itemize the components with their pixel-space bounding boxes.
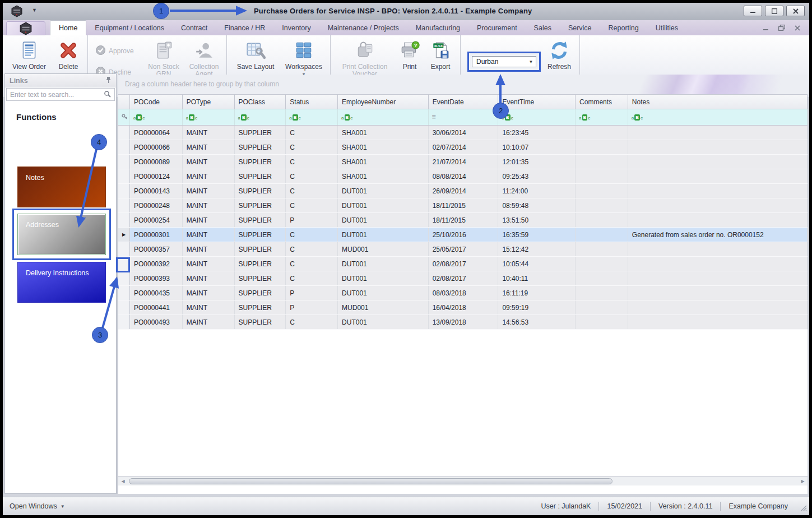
site-selector-value: Durban [476, 58, 498, 66]
application-button[interactable] [6, 21, 45, 35]
function-button-notes[interactable]: Notes [17, 166, 106, 207]
table-row-po0000441[interactable]: PO0000441MAINTSUPPLIERPMUD00116/04/20180… [118, 300, 808, 315]
collection-agent-button[interactable]: Collection Agent [184, 39, 224, 78]
view-order-button[interactable]: View Order [10, 39, 49, 71]
quick-access-caret-icon[interactable]: ▼ [32, 7, 37, 13]
selected-row-indicator: ▶ [118, 228, 130, 242]
site-selector-caret-icon[interactable]: ▼ [526, 57, 536, 67]
table-row-po0000435[interactable]: PO0000435MAINTSUPPLIERPDUT00108/03/20181… [118, 286, 808, 300]
abc-a: a [579, 115, 581, 121]
column-header-status[interactable]: Status [286, 95, 338, 109]
filter-cell-poclass[interactable]: aBc [235, 109, 286, 125]
filter-cell-potype[interactable]: aBc [183, 109, 235, 125]
column-header-pocode[interactable]: POCode [130, 95, 183, 109]
status-item-0: User : JulandaK [533, 502, 599, 510]
table-row-po0000124[interactable]: PO0000124MAINTSUPPLIERCSHA00108/08/20140… [118, 169, 808, 184]
filter-cell-pocode[interactable]: aBc [130, 109, 183, 125]
column-header-poclass[interactable]: POClass [235, 95, 286, 109]
abc-b: B [241, 114, 247, 121]
resize-grip-icon[interactable] [800, 505, 808, 514]
column-header-potype[interactable]: POType [183, 95, 235, 109]
tab-utilities[interactable]: Utilities [647, 20, 686, 35]
function-button-delivery-instructions[interactable]: Delivery Instructions [17, 262, 106, 303]
tab-manufacturing[interactable]: Manufacturing [407, 20, 468, 35]
cell-eventtime: 08:59:48 [498, 198, 576, 212]
table-row-po0000254[interactable]: PO0000254MAINTSUPPLIERPDUT00118/11/20151… [118, 213, 808, 228]
tab-sales[interactable]: Sales [526, 20, 560, 35]
refresh-button[interactable]: Refresh [542, 39, 576, 71]
cell-notes [628, 198, 808, 212]
cell-notes [628, 271, 808, 285]
table-row-po0000089[interactable]: PO0000089MAINTSUPPLIERCSHA00121/07/20141… [118, 155, 808, 169]
save-layout-button[interactable]: Save Layout [231, 39, 280, 71]
maximize-button[interactable] [765, 6, 783, 16]
function-button-addresses[interactable]: Addresses [17, 214, 106, 255]
filter-cell-eventtime[interactable]: aBc [498, 109, 576, 125]
tab-procurement[interactable]: Procurement [468, 20, 526, 35]
cell-comments [576, 242, 628, 256]
ribbon-tab-row: HomeEquipment / LocationsContractFinance… [3, 20, 809, 35]
minimize-button[interactable] [744, 6, 762, 16]
non-stock-grn-button[interactable]: Non Stock GRN [144, 39, 183, 78]
mdi-restore-icon[interactable] [778, 23, 785, 33]
cell-status: C [286, 140, 338, 154]
cell-comments [576, 271, 628, 285]
print-collection-voucher-button[interactable]: Print Collection Voucher [336, 39, 393, 78]
site-selector-dropdown[interactable]: Durban ▼ [472, 56, 536, 67]
delete-button[interactable]: Delete [53, 39, 83, 71]
cell-pocode: PO0000435 [130, 286, 183, 300]
filter-cell-employeenumber[interactable]: aBc [338, 109, 429, 125]
filter-cell-notes[interactable]: aBc [628, 109, 808, 125]
column-header-comments[interactable]: Comments [576, 95, 628, 109]
approve-label: Approve [109, 47, 134, 55]
cell-comments [576, 140, 628, 154]
links-search-input[interactable]: Enter text to search... [6, 88, 115, 101]
group-by-bar[interactable]: Drag a column header here to group by th… [118, 75, 808, 95]
abc-b: B [582, 114, 588, 121]
pin-icon[interactable] [105, 76, 112, 85]
collection-agent-icon [194, 39, 214, 62]
cell-comments [576, 286, 628, 300]
abc-a: a [341, 115, 344, 121]
tab-equipment-locations[interactable]: Equipment / Locations [86, 20, 173, 35]
horizontal-scrollbar[interactable]: ◀ ▶ [118, 476, 808, 485]
scrollbar-thumb[interactable] [129, 478, 613, 484]
open-windows-button[interactable]: Open Windows ▼ [10, 502, 65, 510]
column-header-notes[interactable]: Notes [628, 95, 808, 109]
tab-service[interactable]: Service [560, 20, 600, 35]
tab-inventory[interactable]: Inventory [273, 20, 319, 35]
column-header-eventtime[interactable]: EventTime [498, 95, 576, 109]
table-row-po0000143[interactable]: PO0000143MAINTSUPPLIERCDUT00126/09/20141… [118, 184, 808, 198]
row-header-cell [118, 198, 130, 212]
mdi-close-icon[interactable] [795, 23, 800, 33]
table-row-po0000066[interactable]: PO0000066MAINTSUPPLIERCSHA00102/07/20141… [118, 140, 808, 155]
scroll-left-icon[interactable]: ◀ [118, 479, 128, 484]
cell-notes [628, 213, 808, 227]
approve-button[interactable]: Approve [96, 45, 134, 57]
table-row-po0000392[interactable]: PO0000392MAINTSUPPLIERCDUT00102/08/20171… [118, 257, 808, 271]
filter-cell-eventdate[interactable]: = [429, 109, 499, 125]
print-button[interactable]: ? Print [396, 39, 424, 71]
mdi-minimize-icon[interactable] [763, 23, 769, 33]
filter-cell-comments[interactable]: aBc [576, 109, 628, 125]
tab-home[interactable]: Home [50, 20, 86, 35]
close-button[interactable] [786, 6, 805, 16]
table-row-po0000393[interactable]: PO0000393MAINTSUPPLIERCDUT00102/08/20171… [118, 271, 808, 286]
tab-maintenance-projects[interactable]: Maintenance / Projects [319, 20, 407, 35]
cell-status: C [286, 126, 338, 140]
table-row-po0000248[interactable]: PO0000248MAINTSUPPLIERCDUT00118/11/20150… [118, 198, 808, 213]
table-row-po0000357[interactable]: PO0000357MAINTSUPPLIERCMUD00125/05/20171… [118, 242, 808, 257]
column-header-employeenumber[interactable]: EmployeeNumber [338, 95, 429, 109]
table-row-po0000301[interactable]: ▶PO0000301MAINTSUPPLIERCDUT00125/10/2016… [118, 228, 808, 242]
table-row-po0000064[interactable]: PO0000064MAINTSUPPLIERCSHA00130/06/20141… [118, 126, 808, 140]
table-row-po0000493[interactable]: PO0000493MAINTSUPPLIERCDUT00113/09/20181… [118, 315, 808, 330]
search-icon[interactable] [104, 90, 111, 100]
filter-cell-status[interactable]: aBc [286, 109, 338, 125]
column-header-eventdate[interactable]: EventDate [429, 95, 499, 109]
workspaces-button[interactable]: Workspaces ▼ [281, 39, 327, 78]
tab-contract[interactable]: Contract [173, 20, 216, 35]
export-button[interactable]: XLSX Export [425, 39, 456, 71]
tab-finance-hr[interactable]: Finance / HR [216, 20, 273, 35]
tab-reporting[interactable]: Reporting [600, 20, 647, 35]
scroll-right-icon[interactable]: ▶ [798, 479, 808, 484]
